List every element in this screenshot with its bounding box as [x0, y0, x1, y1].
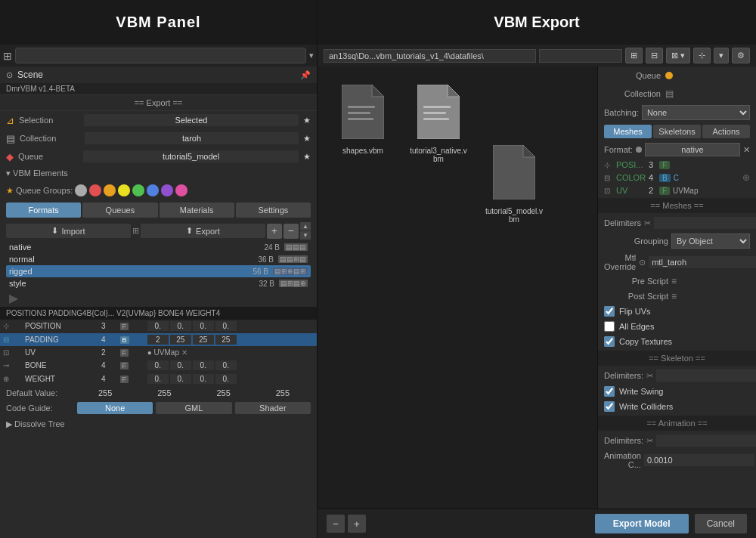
filter-dropdown-button[interactable]: ▾	[714, 48, 729, 63]
tab-queues[interactable]: Queues	[82, 203, 157, 218]
table-row-weight[interactable]: ⊕ WEIGHT 4 F	[0, 373, 317, 386]
bone-val2[interactable]	[170, 360, 191, 370]
bone-num: 4	[98, 359, 117, 373]
add-format-button[interactable]: +	[267, 224, 282, 239]
write-swing-checkbox[interactable]	[604, 386, 615, 397]
file-item-shapes[interactable]: shapes.vbm	[333, 82, 393, 224]
selection-star[interactable]: ★	[303, 116, 311, 125]
pos-val4[interactable]	[215, 321, 237, 331]
anim-delim-start[interactable]	[656, 434, 756, 447]
delimiter-start-input[interactable]	[654, 217, 756, 229]
table-row-uv[interactable]: ⊡ UV 2 F ● UVMap ✕	[0, 347, 317, 359]
settings-button[interactable]: ⚙	[732, 48, 750, 63]
expand-icon[interactable]: ▶	[6, 289, 311, 307]
tab-meshes[interactable]: Meshes	[604, 125, 652, 138]
remove-format-button[interactable]: −	[284, 224, 299, 239]
animation-c-input[interactable]	[644, 454, 754, 466]
tab-settings[interactable]: Settings	[236, 203, 311, 218]
flip-uvs-checkbox[interactable]	[604, 306, 615, 317]
color-dot-red[interactable]	[89, 184, 101, 196]
table-row-position[interactable]: ⊹ POSITION 3 F	[0, 320, 317, 333]
scroll-down-button[interactable]: ▼	[300, 231, 311, 240]
top-toolbar: ⊞ ▾	[0, 45, 317, 66]
grouping-select[interactable]: By Object	[671, 233, 750, 249]
format-item-rigged[interactable]: rigged 56 B ▤⊞⊕▤⊞	[6, 265, 311, 277]
weight-val4[interactable]	[215, 374, 237, 384]
format-close-icon[interactable]: ✕	[743, 145, 750, 155]
code-guide-gml[interactable]: GML	[156, 402, 231, 414]
color-dot-white[interactable]	[75, 184, 87, 196]
view-list-button[interactable]: ⊞	[625, 48, 643, 63]
pad-val4[interactable]	[215, 335, 237, 345]
color-dot-blue[interactable]	[147, 184, 159, 196]
selection-row: ⊿ Selection Selected ★	[0, 111, 317, 129]
tab-formats[interactable]: Formats	[6, 203, 81, 218]
pos-val2[interactable]	[170, 321, 191, 331]
dissolve-tree[interactable]: ▶ Dissolve Tree	[0, 416, 317, 432]
format-item-normal[interactable]: normal 36 B ▤▤⊞▤	[6, 253, 311, 265]
tab-actions[interactable]: Actions	[702, 125, 750, 138]
mtl-override-input[interactable]	[649, 256, 756, 268]
file-item-tutorial3[interactable]: tutorial3_native.vbm	[408, 82, 469, 224]
selection-value[interactable]: Selected	[84, 114, 299, 126]
color-dot-orange[interactable]	[104, 184, 116, 196]
tab-skeletons[interactable]: Skeletons	[653, 125, 701, 138]
uv-type: F	[120, 349, 129, 357]
format-tabs: Formats Queues Materials Settings	[0, 199, 317, 221]
format-rs-select[interactable]: native	[645, 143, 740, 156]
uv-x[interactable]: ✕	[181, 348, 187, 357]
view-grid-button[interactable]: ⊟	[646, 48, 663, 63]
format-item-native[interactable]: native 24 B ▤▤▤	[6, 241, 311, 253]
pin-icon[interactable]: 📌	[300, 70, 311, 80]
color-rs-extra-icon[interactable]: ⊕	[742, 172, 750, 183]
table-row-padding[interactable]: ⊟ PADDING 4 B	[0, 333, 317, 347]
color-dot-green[interactable]	[132, 184, 144, 196]
all-edges-checkbox[interactable]	[604, 321, 615, 332]
file-item-tutorial5[interactable]: tutorial5_model.vbm	[484, 142, 544, 224]
pad-val3[interactable]	[193, 335, 214, 345]
bone-val4[interactable]	[215, 360, 237, 370]
queue-star[interactable]: ★	[303, 152, 311, 162]
copy-textures-checkbox[interactable]	[604, 336, 615, 347]
weight-val1[interactable]	[147, 374, 169, 384]
filter-button[interactable]: ⊹	[693, 48, 711, 63]
collection-value[interactable]: taroh	[85, 132, 299, 144]
write-colliders-checkbox[interactable]	[604, 401, 615, 412]
weight-val3[interactable]	[193, 374, 214, 384]
search-input[interactable]	[15, 48, 306, 63]
color-rs-badge: B	[659, 174, 671, 182]
bone-val3[interactable]	[193, 360, 214, 370]
file-search-input[interactable]	[539, 49, 622, 63]
collection-star[interactable]: ★	[303, 134, 311, 144]
pad-val1[interactable]	[147, 335, 169, 345]
color-dot-purple[interactable]	[161, 184, 173, 196]
bone-val1[interactable]	[147, 360, 169, 370]
export-button[interactable]: ⬆ Export	[141, 224, 265, 238]
export-model-button[interactable]: Export Model	[595, 514, 689, 533]
svg-rect-7	[423, 106, 451, 108]
weight-val2[interactable]	[170, 374, 191, 384]
pos-val3[interactable]	[193, 321, 214, 331]
right-sidebar: Queue Collection ▤ Batching: None	[597, 66, 756, 509]
import-button[interactable]: ⬇ Import	[6, 224, 131, 238]
queue-value[interactable]: tutorial5_model	[83, 150, 299, 162]
nav-minus-button[interactable]: −	[327, 515, 345, 533]
color-dot-pink[interactable]	[175, 184, 187, 196]
cancel-button[interactable]: Cancel	[695, 514, 747, 533]
pad-val2[interactable]	[170, 335, 191, 345]
color-dot-yellow[interactable]	[118, 184, 130, 196]
code-guide-shader[interactable]: Shader	[235, 402, 311, 414]
tab-materials[interactable]: Materials	[160, 203, 234, 218]
pos-val1[interactable]	[147, 321, 169, 331]
nav-plus-button[interactable]: +	[348, 515, 366, 533]
skel-delim-start[interactable]	[656, 369, 756, 382]
view-icon-button[interactable]: ⊠ ▾	[666, 48, 690, 63]
grid-icon[interactable]: ⊞	[3, 50, 12, 62]
path-input[interactable]	[324, 49, 536, 63]
format-item-style[interactable]: style 32 B ▤⊞▤⊕	[6, 277, 311, 289]
code-guide-none[interactable]: None	[77, 402, 153, 414]
scroll-up-button[interactable]: ▲	[300, 222, 311, 230]
batching-select[interactable]: None	[642, 105, 750, 120]
dropdown-icon[interactable]: ▾	[309, 51, 314, 60]
table-row-bone[interactable]: ⊸ BONE 4 F	[0, 359, 317, 373]
